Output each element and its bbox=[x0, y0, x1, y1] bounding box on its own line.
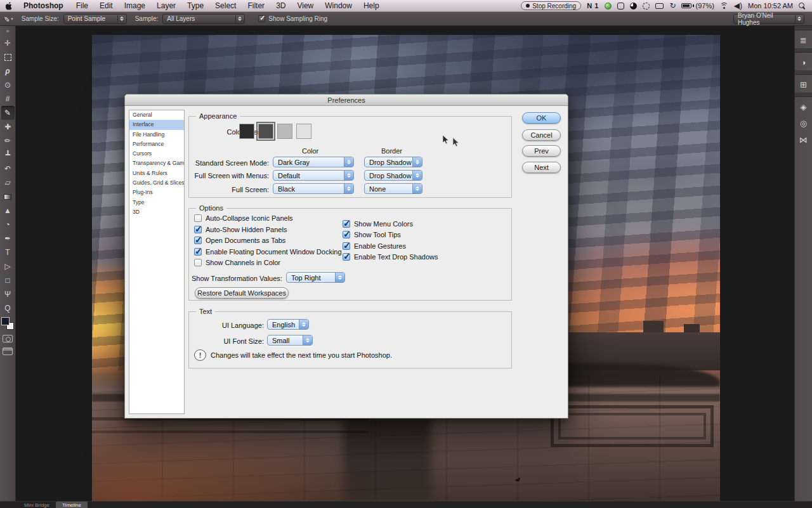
move-tool[interactable]: ✛ bbox=[1, 36, 15, 50]
input-source-icon[interactable]: N 1 bbox=[587, 2, 599, 10]
screen-mode-button[interactable] bbox=[3, 348, 13, 355]
enable-gestures-checkbox[interactable]: Enable Gestures bbox=[343, 242, 406, 250]
sidebar-item-guides-grid-slices[interactable]: Guides, Grid & Slices bbox=[129, 178, 184, 188]
path-select-tool[interactable]: ▷ bbox=[1, 259, 15, 273]
enable-text-drop-shadows-checkbox[interactable]: Enable Text Drop Shadows bbox=[343, 253, 438, 261]
full-screen-menus-border-dropdown[interactable]: Drop Shadow bbox=[364, 170, 422, 181]
sidebar-item-cursors[interactable]: Cursors bbox=[129, 149, 184, 159]
full-screen-menus-color-dropdown[interactable]: Default bbox=[273, 170, 354, 181]
auto-collapse-iconic-panels-checkbox[interactable]: Auto-Collapse Iconic Panels bbox=[194, 214, 293, 222]
menu-3d[interactable]: 3D bbox=[270, 0, 291, 12]
show-tool-tips-checkbox[interactable]: Show Tool Tips bbox=[343, 231, 401, 238]
zoom-tool[interactable]: Q bbox=[1, 301, 15, 315]
history-brush-tool[interactable]: ↶ bbox=[1, 162, 15, 176]
eyedropper-tool[interactable]: ✎ bbox=[1, 106, 15, 120]
show-channels-in-color-checkbox[interactable]: Show Channels in Color bbox=[194, 259, 280, 266]
healing-brush-tool[interactable]: ✚ bbox=[1, 120, 15, 134]
show-sampling-ring-checkbox[interactable]: Show Sampling Ring bbox=[258, 15, 327, 22]
screen-share-menu-icon[interactable] bbox=[643, 3, 650, 10]
menu-view[interactable]: View bbox=[291, 0, 319, 12]
color-swatches[interactable] bbox=[1, 317, 14, 330]
marquee-tool[interactable] bbox=[1, 50, 15, 64]
paths-panel-icon[interactable]: ⋈ bbox=[796, 131, 811, 148]
workspace-dropdown[interactable]: Bryan O'Neil Hughes bbox=[733, 14, 804, 24]
blur-tool[interactable]: ▲ bbox=[1, 204, 15, 218]
dialog-title[interactable]: Preferences bbox=[125, 94, 568, 106]
standard-screen-mode-color-dropdown[interactable]: Dark Gray bbox=[273, 157, 354, 167]
sidebar-item-3d[interactable]: 3D bbox=[129, 207, 184, 217]
theme-swatch-light-gray[interactable] bbox=[296, 124, 311, 139]
sidebar-item-file-handling[interactable]: File Handling bbox=[129, 130, 184, 140]
sidebar-item-type[interactable]: Type bbox=[129, 198, 184, 207]
battery-icon[interactable]: (97%) bbox=[681, 2, 714, 10]
menu-layer[interactable]: Layer bbox=[151, 0, 181, 12]
crop-tool[interactable]: # bbox=[1, 92, 15, 106]
toolbar-collapse-icon[interactable]: » bbox=[6, 26, 9, 36]
stop-recording-button[interactable]: Stop Recording bbox=[521, 1, 581, 10]
quick-mask-button[interactable] bbox=[3, 335, 13, 342]
apple-menu[interactable] bbox=[0, 2, 16, 10]
layers-panel-icon[interactable]: ◈ bbox=[796, 98, 811, 115]
show-transformation-values-dropdown[interactable]: Top Right bbox=[286, 272, 345, 283]
wifi-icon[interactable] bbox=[720, 3, 728, 9]
next-button[interactable]: Next bbox=[522, 162, 561, 173]
menu-photoshop[interactable]: Photoshop bbox=[16, 0, 70, 12]
menu-clock[interactable]: Mon 10:52 AM bbox=[748, 2, 793, 10]
sidebar-item-transparency-gamut[interactable]: Transparency & Gamut bbox=[129, 159, 184, 168]
sidebar-item-plug-ins[interactable]: Plug-Ins bbox=[129, 188, 184, 197]
sync-menu-icon[interactable]: ↻ bbox=[669, 2, 676, 10]
show-menu-colors-checkbox[interactable]: Show Menu Colors bbox=[343, 220, 413, 228]
timer-menu-icon[interactable] bbox=[630, 3, 637, 10]
sidebar-item-general[interactable]: General bbox=[129, 110, 184, 120]
ui-font-size-dropdown[interactable]: Small bbox=[267, 335, 313, 346]
spotlight-icon[interactable] bbox=[799, 3, 806, 10]
menu-help[interactable]: Help bbox=[358, 0, 385, 12]
full-screen-color-dropdown[interactable]: Black bbox=[273, 183, 354, 194]
menu-filter[interactable]: Filter bbox=[242, 0, 270, 12]
sidebar-item-interface[interactable]: Interface bbox=[129, 120, 184, 129]
theme-swatch-darkest[interactable] bbox=[239, 124, 254, 139]
clone-stamp-tool[interactable]: ┻ bbox=[1, 148, 15, 162]
pen-tool[interactable]: ✒ bbox=[1, 231, 15, 245]
restore-default-workspaces-button[interactable]: Restore Default Workspaces bbox=[195, 287, 289, 299]
sample-size-dropdown[interactable]: Point Sample bbox=[63, 14, 127, 24]
sidebar-item-units-rulers[interactable]: Units & Rulers bbox=[129, 169, 184, 178]
shape-tool[interactable]: □ bbox=[1, 273, 15, 287]
hand-tool[interactable]: Ψ bbox=[1, 287, 15, 301]
full-screen-border-dropdown[interactable]: None bbox=[364, 183, 422, 194]
adjustments-panel-icon[interactable]: ⊞ bbox=[796, 76, 811, 93]
theme-swatch-medium-gray[interactable] bbox=[277, 124, 292, 139]
foreground-color-swatch[interactable] bbox=[1, 317, 10, 325]
theme-swatch-dark-gray[interactable] bbox=[258, 124, 273, 139]
menu-window[interactable]: Window bbox=[319, 0, 358, 12]
dodge-tool[interactable]: ◔ bbox=[1, 218, 15, 231]
swatches-panel-icon[interactable]: ◑ bbox=[796, 54, 811, 70]
lasso-tool[interactable]: ρ bbox=[1, 64, 15, 78]
sidebar-item-performance[interactable]: Performance bbox=[129, 140, 184, 149]
ok-button[interactable]: OK bbox=[522, 112, 561, 124]
open-documents-as-tabs-checkbox[interactable]: Open Documents as Tabs bbox=[194, 237, 285, 244]
gradient-tool[interactable] bbox=[1, 190, 15, 204]
menu-file[interactable]: File bbox=[70, 0, 94, 12]
app-window-menu-icon[interactable] bbox=[617, 3, 624, 10]
prev-button[interactable]: Prev bbox=[522, 145, 561, 157]
green-orb-menu-icon[interactable] bbox=[605, 3, 612, 10]
enable-floating-document-window-docking-checkbox[interactable]: Enable Floating Document Window Docking bbox=[194, 248, 342, 256]
eraser-tool[interactable]: ▱ bbox=[1, 176, 15, 190]
menu-select[interactable]: Select bbox=[209, 0, 242, 12]
ui-language-dropdown[interactable]: English bbox=[267, 319, 309, 330]
brush-tool[interactable]: ✏ bbox=[1, 134, 15, 148]
tool-preset-picker[interactable]: ✎ ▾ bbox=[4, 15, 13, 23]
cancel-button[interactable]: Cancel bbox=[522, 129, 561, 141]
volume-icon[interactable]: ◀) bbox=[734, 2, 742, 10]
menu-type[interactable]: Type bbox=[181, 0, 209, 12]
tab-mini-bridge[interactable]: Mini Bridge bbox=[18, 502, 56, 508]
sample-dropdown[interactable]: All Layers bbox=[162, 14, 245, 24]
channels-panel-icon[interactable]: ◎ bbox=[796, 115, 811, 131]
menu-edit[interactable]: Edit bbox=[94, 0, 119, 12]
tab-timeline[interactable]: Timeline bbox=[56, 502, 88, 508]
type-tool[interactable]: T bbox=[1, 245, 15, 259]
display-menu-icon[interactable] bbox=[655, 3, 664, 9]
quick-select-tool[interactable]: ⊙ bbox=[1, 78, 15, 92]
standard-screen-mode-border-dropdown[interactable]: Drop Shadow bbox=[364, 157, 422, 167]
